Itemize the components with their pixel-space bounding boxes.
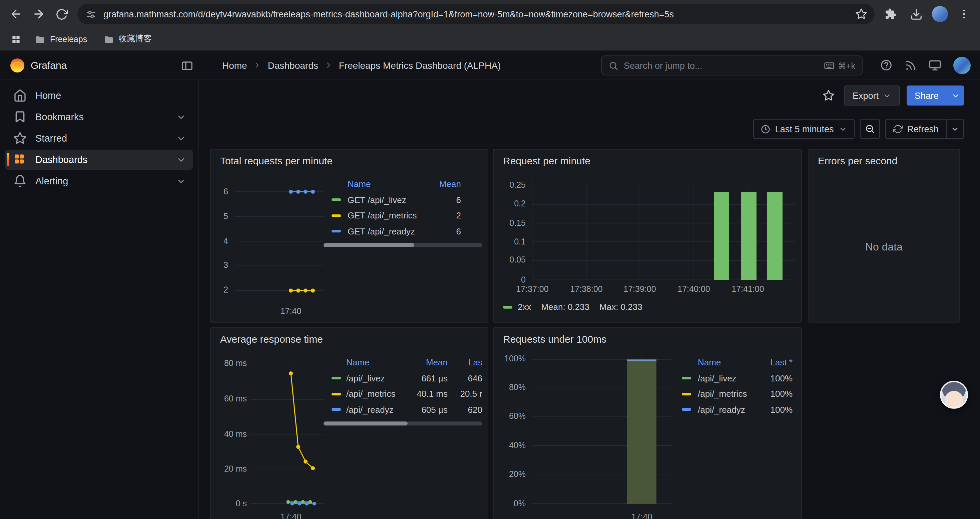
chevron-down-icon[interactable] <box>176 176 186 186</box>
x-axis-tick: 17:38:00 <box>565 284 608 294</box>
legend-scrollbar-thumb[interactable] <box>323 243 414 247</box>
legend-row: /api/_metrics 40.1 ms 20.5 r <box>323 386 482 402</box>
x-axis-tick: 17:37:00 <box>511 284 554 294</box>
y-axis-tick: 0% <box>496 499 526 508</box>
y-axis-tick: 40% <box>496 441 526 450</box>
sidebar-item-label: Dashboards <box>35 154 88 165</box>
legend-header-last[interactable]: Last * <box>759 358 792 368</box>
reload-button[interactable] <box>51 3 72 25</box>
time-range-picker[interactable]: Last 5 minutes <box>753 119 854 139</box>
legend-series-2xx[interactable]: 2xx <box>503 302 531 312</box>
breadcrumb-home[interactable]: Home <box>222 60 247 70</box>
y-axis-tick: 0 <box>494 275 526 284</box>
series-name[interactable]: /api/_livez <box>346 374 404 383</box>
legend-header-row: Name Mean Las <box>323 355 482 370</box>
series-name[interactable]: /api/_livez <box>698 374 752 383</box>
export-button[interactable]: Export <box>844 86 900 105</box>
chevron-right-icon <box>324 61 333 69</box>
apps-grid-icon[interactable] <box>8 31 24 47</box>
monitor-icon[interactable] <box>929 59 941 72</box>
sidebar-item-alerting[interactable]: Alerting <box>5 171 193 191</box>
sidebar-item-starred[interactable]: Starred <box>5 128 193 148</box>
y-axis-tick: 100% <box>496 354 526 363</box>
series-bars <box>627 359 657 504</box>
request-per-minute-chart[interactable] <box>494 150 802 323</box>
extensions-icon[interactable] <box>880 3 901 25</box>
series-name[interactable]: /api/_readyz <box>346 405 404 415</box>
downloads-icon[interactable] <box>905 3 927 25</box>
series-swatch <box>332 377 341 380</box>
series-name[interactable]: GET /api/_readyz <box>348 227 421 236</box>
browser-menu-icon[interactable] <box>953 3 975 25</box>
header-actions <box>880 51 970 80</box>
browser-profile-avatar[interactable] <box>932 6 948 22</box>
dock-menu-icon[interactable] <box>179 57 195 73</box>
series-swatch <box>332 214 341 217</box>
legend-header-mean[interactable]: Mean <box>409 358 448 368</box>
sidebar-item-bookmarks[interactable]: Bookmarks <box>5 107 193 127</box>
grafana-logo[interactable] <box>10 57 25 73</box>
legend-row: /api/_livez 100% <box>674 370 792 386</box>
bookmark-star-icon[interactable] <box>853 6 869 22</box>
refresh-interval-caret[interactable] <box>946 120 963 138</box>
chevron-down-icon[interactable] <box>176 133 186 143</box>
user-avatar[interactable] <box>953 56 970 74</box>
legend-header-name[interactable]: Name <box>346 358 404 368</box>
panel-title[interactable]: Errors per second <box>818 155 897 166</box>
series-name[interactable]: GET /api/_metrics <box>348 211 421 221</box>
news-rss-icon[interactable] <box>905 59 916 71</box>
series-name[interactable]: GET /api/_livez <box>348 195 421 205</box>
series-last: 620 <box>453 405 482 415</box>
series-name[interactable]: /api/_metrics <box>346 389 404 399</box>
y-axis-tick: 0.1 <box>494 237 526 246</box>
legend-header-name[interactable]: Name <box>348 179 421 189</box>
panel-errors-per-second: Errors per second No data <box>808 149 960 323</box>
search-input[interactable] <box>624 61 819 70</box>
back-button[interactable] <box>5 3 27 25</box>
legend-scrollbar-thumb[interactable] <box>323 422 407 425</box>
global-search[interactable]: ⌘+k <box>601 56 862 75</box>
browser-toolbar: grafana.mathmast.com/d/deytv4rwavabkb/fr… <box>0 0 980 28</box>
y-axis-tick: 60% <box>496 412 526 421</box>
legend-row: GET /api/_metrics 2 <box>323 208 482 224</box>
chevron-down-icon[interactable] <box>176 155 186 164</box>
x-axis-tick: 17:40 <box>626 512 658 519</box>
dashboards-grid-icon <box>13 153 27 166</box>
chevron-down-icon[interactable] <box>176 112 186 122</box>
legend-header-last[interactable]: Las <box>453 358 482 368</box>
chevron-down-icon <box>838 125 847 133</box>
search-icon <box>608 61 619 70</box>
series-mean: 6 <box>428 227 461 236</box>
bookmark-folder-blogs[interactable]: 收藏博客 <box>98 31 157 47</box>
share-menu-caret[interactable] <box>947 86 964 105</box>
url-bar[interactable]: grafana.mathmast.com/d/deytv4rwavabkb/fr… <box>77 4 875 24</box>
share-button[interactable]: Share <box>907 86 964 105</box>
legend-header-name[interactable]: Name <box>698 358 752 368</box>
y-axis-tick: 60 ms <box>211 394 247 404</box>
sidebar-item-dashboards[interactable]: Dashboards <box>5 150 193 170</box>
site-settings-icon[interactable] <box>85 8 97 20</box>
y-axis-tick: 80% <box>496 383 526 392</box>
breadcrumb-dashboards[interactable]: Dashboards <box>268 60 318 70</box>
bookmark-folder-freeleaps[interactable]: Freeleaps <box>29 32 92 46</box>
clock-icon <box>760 124 770 134</box>
series-mean: 6 <box>428 195 461 205</box>
help-icon[interactable] <box>880 59 892 72</box>
series-name[interactable]: /api/_metrics <box>698 389 752 399</box>
home-icon <box>13 89 27 102</box>
refresh-icon <box>893 124 902 134</box>
favorite-star-icon[interactable] <box>820 87 837 104</box>
series-swatch <box>332 230 341 233</box>
legend-header-mean[interactable]: Mean <box>428 179 461 189</box>
legend-scrollbar[interactable] <box>323 243 482 247</box>
refresh-button[interactable]: Refresh <box>886 120 946 138</box>
panel-request-per-minute: Request per minute <box>493 149 802 323</box>
legend-scrollbar[interactable] <box>323 422 482 425</box>
forward-button[interactable] <box>28 3 49 25</box>
zoom-out-button[interactable] <box>859 119 880 139</box>
chevron-down-icon <box>883 91 891 100</box>
series-name[interactable]: /api/_readyz <box>698 405 752 415</box>
gridlines <box>251 359 323 512</box>
sidebar-item-home[interactable]: Home <box>5 86 193 105</box>
chat-widget-avatar[interactable] <box>940 381 968 409</box>
